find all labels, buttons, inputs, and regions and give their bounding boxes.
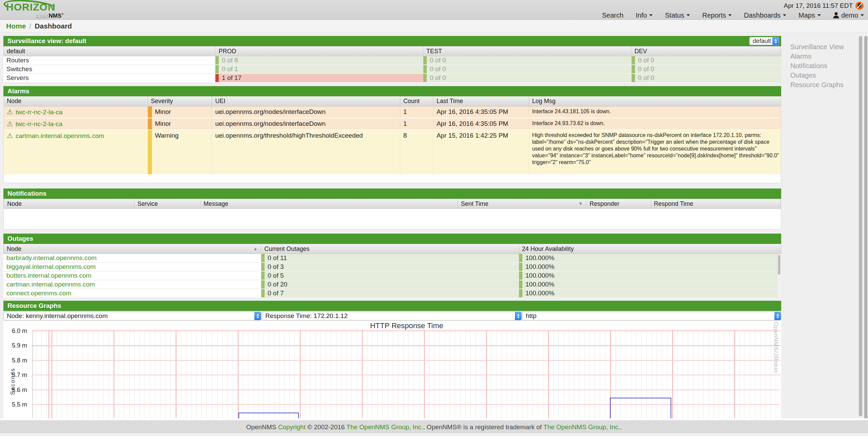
table-row-servers: Servers 1 of 17 0 of 0 0 of 0 [3, 74, 781, 83]
column-header-last-time[interactable]: Last Time [433, 96, 529, 106]
column-header-node[interactable]: Node▲ [4, 244, 261, 254]
menu-status[interactable]: Status [665, 12, 690, 19]
y-axis-tick: 6.0 m [3, 328, 27, 335]
column-header-message[interactable]: Message [200, 199, 458, 209]
footer-group-link[interactable]: The OpenNMS Group, Inc. [346, 423, 423, 431]
sidebar-item-notifications[interactable]: Notifications [790, 61, 856, 71]
notices-off-bell-icon[interactable] [855, 1, 864, 10]
alarm-node-cell: ⚠twc-rr-nc-2-la-ca [4, 106, 148, 118]
outage-row: connect.opennms.com 0 of 7 100.000% [3, 289, 781, 298]
outage-node-link[interactable]: connect.opennms.com [6, 290, 71, 297]
alarm-node-link[interactable]: twc-rr-nc-2-la-ca [16, 108, 62, 116]
surveillance-view-select-value: default [753, 38, 771, 44]
alarm-severity: Minor [148, 106, 212, 118]
resource-graphs-title: Resource Graphs [7, 302, 61, 309]
outages-scrollbar[interactable] [777, 254, 781, 298]
outage-node-link[interactable]: butters.internal.opennms.com [6, 272, 91, 279]
y-axis-tick: 5.9 m [3, 342, 27, 349]
outage-node-cell: barbrady.internal.opennms.com [3, 254, 261, 262]
cell-switches-dev[interactable]: 0 of 0 [632, 65, 781, 73]
logo-sub-nms: NMS [49, 13, 62, 19]
column-header-count[interactable]: Count [400, 96, 433, 106]
column-header-log-msg[interactable]: Log Msg [529, 96, 781, 106]
notifications-title: Notifications [7, 190, 46, 197]
outages-column-headers: Node▲ Current Outages 24 Hour Availabili… [3, 244, 781, 254]
cell-servers-test[interactable]: 0 of 0 [423, 74, 632, 82]
cell-routers-dev[interactable]: 0 of 0 [632, 56, 781, 64]
graph-type-select[interactable]: http [522, 312, 781, 320]
footer-text: OpenNMS Copyright © 2002-2016 The OpenNM… [0, 420, 868, 433]
column-header-service[interactable]: Service [134, 199, 200, 209]
window-scrollbar[interactable] [864, 36, 867, 435]
alarm-count: 1 [400, 106, 433, 118]
footer-mid2: . OpenNMS® is a registered trademark of [423, 423, 543, 431]
column-header-node[interactable]: Node [4, 199, 134, 209]
warning-triangle-icon: ⚠ [7, 120, 13, 127]
column-header-current-outages[interactable]: Current Outages [261, 244, 519, 254]
alarm-count: 8 [400, 130, 433, 174]
column-header-respond-time[interactable]: Respond Time [651, 199, 780, 209]
outage-node-link[interactable]: cartman.internal.opennms.com [6, 281, 95, 288]
alarm-last-time: Apr 15, 2016 1:42:25 PM [433, 130, 529, 174]
menu-reports[interactable]: Reports [702, 12, 732, 19]
column-header-node[interactable]: Node [4, 96, 148, 106]
opennms-logo[interactable]: HORIZON openNMS® [6, 2, 64, 19]
cell-switches-prod[interactable]: 0 of 1 [215, 65, 423, 73]
alarm-row: ⚠twc-rr-nc-2-la-ca Minor uei.opennms.org… [4, 118, 781, 130]
alarm-log-msg: Interface 24.43.181.105 is down. [529, 106, 781, 118]
chart-title: HTTP Response Time [3, 321, 781, 330]
outages-panel: Outages Node▲ Current Outages 24 Hour Av… [3, 234, 781, 298]
y-axis-label: Seconds [9, 368, 16, 395]
menu-maps[interactable]: Maps [798, 12, 821, 19]
cell-routers-test[interactable]: 0 of 0 [423, 56, 632, 64]
column-header-responder[interactable]: Responder [586, 199, 651, 209]
sidebar-item-resource-graphs[interactable]: Resource Graphs [790, 80, 856, 90]
column-header-default: default [4, 46, 215, 56]
chevron-down-icon [687, 14, 690, 16]
node-select-value: Node: kenny.internal.opennms.com [7, 312, 108, 319]
column-header-severity[interactable]: Severity [148, 96, 212, 106]
surveillance-panel: Surveillance view: default default defau… [3, 36, 781, 83]
select-stepper-icon [515, 312, 521, 320]
cell-switches-test[interactable]: 0 of 0 [423, 65, 632, 73]
alarm-node-link[interactable]: twc-rr-nc-2-la-ca [16, 120, 62, 127]
sidebar-item-outages[interactable]: Outages [790, 71, 856, 80]
resource-graphs-panel-header: Resource Graphs [3, 301, 781, 311]
user-icon [833, 12, 839, 19]
alarm-count: 1 [400, 118, 433, 130]
footer-copyright-link[interactable]: Copyright [278, 423, 306, 431]
cell-servers-prod[interactable]: 1 of 17 [215, 74, 423, 82]
sidebar-item-surveillance-view[interactable]: Surveillance View [790, 42, 856, 52]
outage-node-link[interactable]: biggayal.internal.opennms.com [6, 263, 96, 270]
menu-user[interactable]: demo [833, 12, 864, 19]
column-header-sent-time[interactable]: Sent Time▼ [458, 199, 586, 209]
cell-servers-dev[interactable]: 0 of 0 [632, 74, 781, 82]
alarm-row: ⚠twc-rr-nc-2-la-ca Minor uei.opennms.org… [4, 106, 781, 118]
outages-scrollbar-thumb[interactable] [778, 255, 780, 275]
surveillance-view-select[interactable]: default [749, 37, 779, 45]
outages-rows: barbrady.internal.opennms.com 0 of 11 10… [3, 254, 781, 298]
column-header-dev: DEV [631, 46, 781, 56]
column-header-uei[interactable]: UEI [212, 96, 400, 106]
resource-select[interactable]: Response Time: 172.20.1.12 [262, 312, 522, 320]
outage-current: 0 of 7 [261, 289, 519, 297]
node-select[interactable]: Node: kenny.internal.opennms.com [3, 312, 261, 320]
outage-node-link[interactable]: barbrady.internal.opennms.com [6, 254, 97, 261]
footer-group-link[interactable]: The OpenNMS Group, Inc. [543, 423, 620, 431]
cell-routers-prod[interactable]: 0 of 8 [215, 56, 423, 64]
top-navbar: HORIZON openNMS® Apr 17, 2016 11:57 EDT … [0, 0, 868, 20]
sidebar-item-alarms[interactable]: Alarms [790, 52, 856, 61]
menu-search[interactable]: Search [602, 12, 623, 19]
column-header-availability[interactable]: 24 Hour Availability [519, 244, 781, 254]
menu-info[interactable]: Info [636, 12, 653, 19]
notifications-empty-body [4, 209, 781, 229]
menu-dashboards[interactable]: Dashboards [744, 12, 786, 19]
breadcrumb-home-link[interactable]: Home [6, 22, 26, 30]
alarm-node-link[interactable]: cartman.internal.opennms.com [16, 132, 104, 139]
chevron-down-icon [649, 14, 653, 16]
outage-availability: 100.000% [519, 272, 781, 280]
outage-availability: 100.000% [519, 254, 781, 262]
outage-node-cell: connect.opennms.com [3, 289, 261, 297]
sidebar-scrollbar[interactable] [859, 36, 862, 416]
chevron-down-icon [861, 14, 864, 16]
